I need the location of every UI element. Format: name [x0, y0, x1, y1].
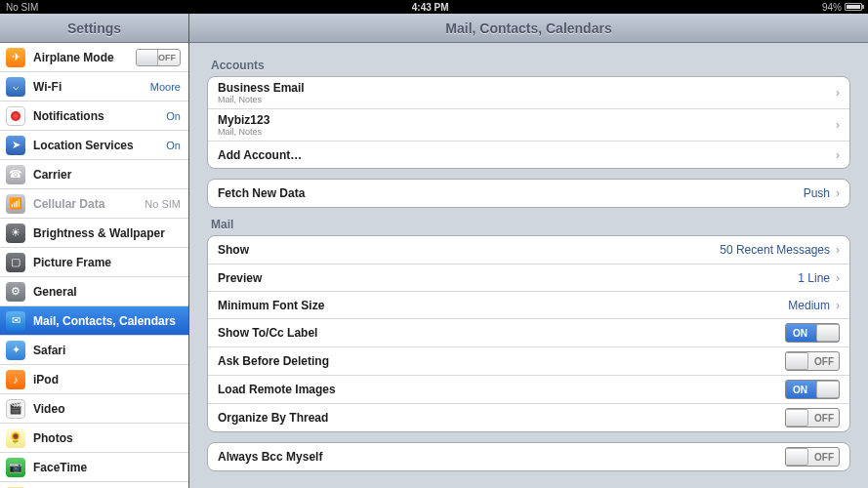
battery-percent: 94%: [822, 2, 842, 13]
cell-value: 50 Recent Messages: [720, 243, 830, 257]
mail-group: Show 50 Recent Messages › Preview 1 Line…: [207, 235, 850, 432]
toggle-always-bcc[interactable]: OFF: [785, 447, 840, 467]
sidebar-item-label: Cellular Data: [33, 197, 145, 211]
location-icon: ➤: [6, 136, 25, 155]
video-icon: 🎬: [6, 399, 25, 419]
account-mybiz123[interactable]: Mybiz123 Mail, Notes ›: [208, 108, 849, 141]
mail-min-font-size[interactable]: Minimum Font Size Medium ›: [208, 291, 849, 318]
sidebar-item-photos[interactable]: 🌻 Photos: [0, 424, 188, 453]
sidebar-item-label: FaceTime: [33, 461, 181, 474]
mail-group-2: Always Bcc Myself OFF: [207, 442, 850, 471]
sidebar-item-safari[interactable]: ✦ Safari: [0, 336, 188, 365]
sidebar-item-wifi[interactable]: ⌵ Wi-Fi Moore: [0, 72, 188, 102]
sidebar-item-label: Notifications: [33, 109, 166, 123]
airplane-toggle[interactable]: OFF: [136, 49, 181, 66]
sidebar-item-label: iPod: [33, 373, 181, 386]
airplane-icon: ✈: [6, 48, 25, 67]
sidebar-item-notifications[interactable]: Notifications On: [0, 102, 188, 131]
facetime-icon: 📷: [6, 458, 25, 477]
sidebar-item-notes[interactable]: ✎ Notes: [0, 482, 188, 488]
mail-ask-before-deleting[interactable]: Ask Before Deleting OFF: [208, 346, 849, 375]
mail-show-tocc[interactable]: Show To/Cc Label ON: [208, 318, 849, 346]
cell-label: Ask Before Deleting: [218, 354, 785, 368]
cell-value: Medium: [788, 299, 830, 312]
cellular-icon: 📶: [6, 194, 25, 214]
pictureframe-icon: ▢: [6, 253, 25, 272]
cell-label: Minimum Font Size: [218, 299, 788, 312]
sidebar-item-ipod[interactable]: ♪ iPod: [0, 365, 188, 394]
cell-label: Organize By Thread: [218, 411, 785, 425]
add-account-label: Add Account…: [218, 148, 836, 162]
location-value: On: [166, 140, 181, 151]
battery-icon: [845, 3, 862, 11]
toggle-load-images[interactable]: ON: [785, 380, 840, 399]
sidebar-item-label: Location Services: [33, 139, 166, 152]
cell-label: Load Remote Images: [218, 383, 785, 396]
account-business-email[interactable]: Business Email Mail, Notes ›: [208, 77, 849, 108]
gear-icon: ⚙: [6, 282, 25, 302]
mail-load-remote-images[interactable]: Load Remote Images ON: [208, 375, 849, 403]
safari-icon: ✦: [6, 341, 25, 360]
cell-label: Show: [218, 243, 720, 257]
chevron-right-icon: ›: [836, 271, 840, 285]
sidebar-item-video[interactable]: 🎬 Video: [0, 394, 188, 424]
toggle-show-tocc[interactable]: ON: [785, 323, 840, 343]
sidebar-item-label: Picture Frame: [33, 256, 181, 269]
sidebar-item-location[interactable]: ➤ Location Services On: [0, 131, 188, 160]
account-name: Business Email: [218, 81, 305, 95]
sidebar-title: Settings: [0, 14, 188, 43]
photos-icon: 🌻: [6, 428, 25, 448]
account-sub: Mail, Notes: [218, 95, 836, 104]
sidebar-item-cellular[interactable]: 📶 Cellular Data No SIM: [0, 189, 188, 219]
sidebar-item-label: Mail, Contacts, Calendars: [33, 314, 181, 328]
sidebar-item-mail[interactable]: ✉ Mail, Contacts, Calendars: [0, 306, 188, 336]
mail-always-bcc[interactable]: Always Bcc Myself OFF: [208, 443, 849, 470]
wifi-value: Moore: [150, 81, 181, 93]
sidebar-item-label: Airplane Mode: [33, 51, 136, 64]
ipod-icon: ♪: [6, 370, 25, 389]
status-time: 4:43 PM: [38, 2, 822, 13]
sidebar-item-label: Photos: [33, 431, 181, 445]
mail-preview[interactable]: Preview 1 Line ›: [208, 264, 849, 291]
wifi-icon: ⌵: [6, 77, 25, 97]
chevron-right-icon: ›: [836, 86, 840, 100]
toggle-organize-thread[interactable]: OFF: [785, 408, 840, 427]
mail-section-label: Mail: [211, 218, 847, 231]
mail-organize-thread[interactable]: Organize By Thread OFF: [208, 403, 849, 431]
sidebar-item-label: Carrier: [33, 168, 181, 182]
chevron-right-icon: ›: [836, 243, 840, 257]
mail-show[interactable]: Show 50 Recent Messages ›: [208, 236, 849, 264]
add-account[interactable]: Add Account… ›: [208, 141, 849, 168]
toggle-ask-delete[interactable]: OFF: [785, 351, 840, 371]
detail-scroll[interactable]: Accounts Business Email Mail, Notes › My…: [189, 43, 868, 488]
chevron-right-icon: ›: [836, 299, 840, 312]
chevron-right-icon: ›: [836, 148, 840, 162]
sim-status: No SIM: [6, 2, 38, 13]
cell-value: 1 Line: [798, 271, 830, 285]
account-sub: Mail, Notes: [218, 127, 836, 137]
notifications-icon: [6, 106, 25, 126]
accounts-group: Business Email Mail, Notes › Mybiz123 Ma…: [207, 76, 850, 169]
fetch-new-data[interactable]: Fetch New Data Push ›: [208, 180, 849, 207]
sidebar-item-airplane[interactable]: ✈ Airplane Mode OFF: [0, 43, 188, 72]
sidebar-item-general[interactable]: ⚙ General: [0, 277, 188, 306]
fetch-group: Fetch New Data Push ›: [207, 179, 850, 208]
sidebar-item-pictureframe[interactable]: ▢ Picture Frame: [0, 248, 188, 277]
carrier-icon: ☎: [6, 165, 25, 184]
accounts-section-label: Accounts: [211, 59, 847, 72]
account-name: Mybiz123: [218, 113, 269, 127]
sidebar-item-label: Wi-Fi: [33, 80, 150, 94]
detail-pane: Mail, Contacts, Calendars Accounts Busin…: [189, 14, 868, 488]
sidebar-list[interactable]: ✈ Airplane Mode OFF ⌵ Wi-Fi Moore Notifi…: [0, 43, 188, 488]
cellular-value: No SIM: [145, 198, 181, 210]
sidebar-item-label: Safari: [33, 344, 181, 357]
sidebar-item-label: Video: [33, 402, 181, 416]
brightness-icon: ☀: [6, 224, 25, 243]
sidebar-item-carrier[interactable]: ☎ Carrier: [0, 160, 188, 189]
fetch-value: Push: [804, 186, 830, 200]
settings-sidebar: Settings ✈ Airplane Mode OFF ⌵ Wi-Fi Moo…: [0, 14, 189, 488]
sidebar-item-label: Brightness & Wallpaper: [33, 226, 181, 240]
sidebar-item-brightness[interactable]: ☀ Brightness & Wallpaper: [0, 219, 188, 248]
sidebar-item-facetime[interactable]: 📷 FaceTime: [0, 453, 188, 482]
mail-icon: ✉: [6, 311, 25, 331]
